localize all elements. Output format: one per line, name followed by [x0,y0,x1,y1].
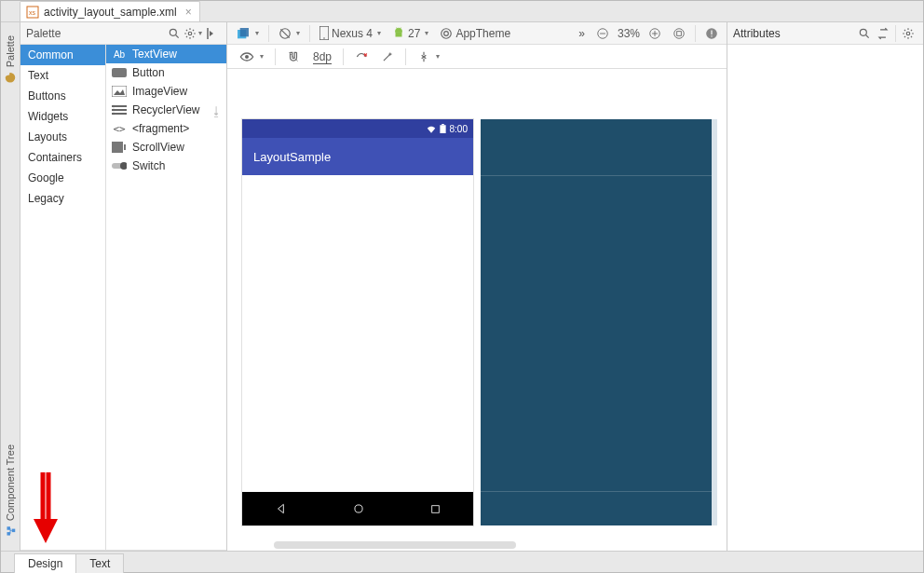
attributes-panel: Attributes [727,22,923,551]
palette-category-text[interactable]: Text [20,65,105,86]
device-nav-bar [242,492,473,525]
component-tree-rail-tab[interactable]: Component Tree [4,444,17,538]
svg-rect-37 [677,31,682,35]
palette-category-google[interactable]: Google [20,168,105,188]
svg-point-27 [323,37,325,39]
surface-select-button[interactable]: ▾ [231,23,264,44]
palette-component-fragment[interactable]: <> <fragment> [106,119,226,138]
zoom-in-button[interactable] [644,23,666,44]
orientation-button[interactable]: ▾ [274,23,305,44]
svg-rect-4 [7,526,11,530]
svg-point-15 [113,105,115,107]
clear-constraints-button[interactable] [350,47,373,67]
palette-category-widgets[interactable]: Widgets [20,106,105,127]
svg-point-30 [444,31,449,35]
palette-component-recyclerview[interactable]: RecyclerView [106,101,226,119]
svg-rect-10 [112,86,127,97]
device-body[interactable] [242,175,473,492]
svg-point-16 [113,109,115,111]
palette-component-scrollview[interactable]: ScrollView [106,138,226,157]
app-title: LayoutSample [253,150,331,164]
editor-mode-tabs: Design Text [1,551,923,572]
gear-icon[interactable] [899,23,917,44]
palette-panel: Palette ▾ Common Text Buttons Widgets La… [20,22,227,551]
left-tool-rail: Palette Component Tree [1,22,20,551]
view-options-button[interactable]: ▾ [235,47,268,67]
svg-rect-49 [442,124,444,125]
svg-rect-39 [711,30,712,34]
magnet-button[interactable] [282,47,305,67]
blueprint-preview[interactable] [481,119,712,525]
close-icon[interactable]: × [185,6,192,19]
file-tab-activity-layout[interactable]: xs activity_layout_sample.xml × [20,1,200,21]
design-surface[interactable]: 8:00 LayoutSample [227,69,727,551]
palette-icon [4,71,17,84]
palette-rail-tab[interactable]: Palette [4,35,17,84]
api-select-button[interactable]: 27▾ [387,23,433,44]
zoom-out-button[interactable] [591,23,614,44]
device-status-bar: 8:00 [242,119,473,138]
palette-category-buttons[interactable]: Buttons [20,86,105,106]
palette-header: Palette ▾ [20,22,226,45]
search-icon[interactable] [855,23,874,44]
search-icon[interactable] [165,23,183,44]
tab-design[interactable]: Design [14,553,76,573]
palette-title: Palette [26,27,61,40]
svg-rect-51 [431,505,439,512]
file-tab-bar: xs activity_layout_sample.xml × [1,1,923,22]
palette-category-containers[interactable]: Containers [20,147,105,168]
status-time: 8:00 [450,124,468,134]
attributes-title: Attributes [733,27,781,40]
svg-rect-3 [7,532,11,536]
overflow-button[interactable]: » [574,23,590,44]
download-icon[interactable]: ⭳ [211,104,223,118]
palette-category-legacy[interactable]: Legacy [20,188,105,209]
theme-select-button[interactable]: AppTheme [435,23,515,44]
svg-point-5 [170,29,176,35]
android-icon [392,27,405,40]
magnet-icon [287,50,300,63]
tab-text[interactable]: Text [75,553,124,573]
wifi-icon [427,125,436,133]
collapse-icon[interactable] [202,23,221,44]
svg-line-6 [176,34,179,37]
zoom-fit-button[interactable] [668,23,690,44]
design-toolbar-top: ▾ ▾ Nexus 4▾ 27▾ AppTheme » 33% [227,22,727,45]
tree-icon [4,525,17,538]
infer-constraints-button[interactable] [376,47,399,67]
palette-component-textview[interactable]: Ab TextView [106,45,226,63]
svg-point-36 [674,28,685,38]
svg-text:xs: xs [29,9,36,16]
palette-component-list: Ab TextView Button ImageView RecyclerVie… [106,45,226,550]
warnings-button[interactable] [700,23,723,44]
attributes-header: Attributes [727,22,923,45]
svg-line-25 [280,29,289,37]
palette-component-button[interactable]: Button [106,63,226,82]
battery-icon [440,124,446,133]
nav-home-icon [352,502,365,515]
device-select-button[interactable]: Nexus 4▾ [315,23,386,44]
zoom-level[interactable]: 33% [616,23,642,44]
svg-point-54 [906,32,910,35]
switch-icon [112,159,127,172]
palette-category-common[interactable]: Common [20,45,105,65]
margin-default-button[interactable]: 8dp [308,47,336,67]
xml-file-icon: xs [26,6,39,19]
blueprint-edge [712,119,717,525]
eye-icon [239,51,254,62]
gear-icon[interactable]: ▾ [183,23,202,44]
palette-component-switch[interactable]: Switch [106,157,226,175]
palette-component-imageview[interactable]: ImageView [106,82,226,101]
pack-button[interactable]: ▾ [413,47,444,67]
swap-icon[interactable] [874,23,892,44]
svg-rect-23 [240,28,249,36]
palette-category-layouts[interactable]: Layouts [20,127,105,147]
device-preview[interactable]: 8:00 LayoutSample [242,119,473,525]
nav-back-icon [275,502,288,515]
palette-category-list: Common Text Buttons Widgets Layouts Cont… [20,45,106,550]
file-tab-label: activity_layout_sample.xml [44,6,177,19]
svg-rect-9 [112,68,127,77]
horizontal-scrollbar[interactable] [274,541,516,549]
textview-icon: Ab [112,48,127,61]
svg-point-41 [245,55,249,59]
